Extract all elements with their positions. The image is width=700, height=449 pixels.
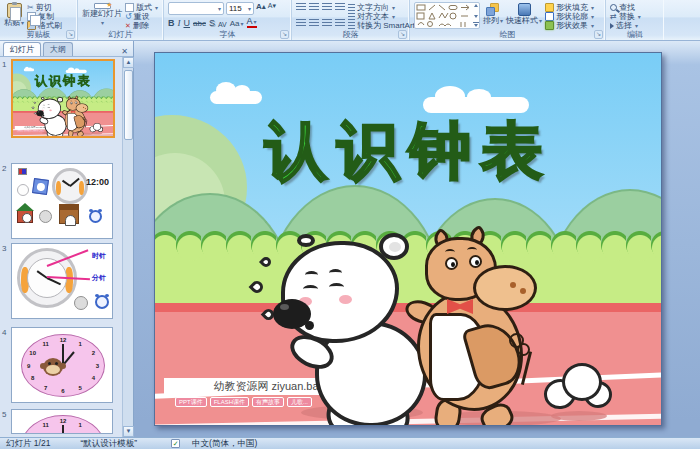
ribbon-group-drawing: 排列 快速样式 形状填充 形状轮廓 形状效果 绘图 ↘ <box>410 0 606 40</box>
align-text-icon <box>348 13 355 21</box>
panel-tab-bar: 幻灯片 大纲 ✕ <box>0 41 133 57</box>
hour-hand-label: 时针 <box>92 251 106 261</box>
slide-number-3: 3 <box>2 244 6 253</box>
font-color-button[interactable]: A <box>247 17 257 28</box>
line-spacing-icon[interactable] <box>335 19 345 27</box>
scrollbar-thumb[interactable] <box>124 70 133 140</box>
bullets-icon[interactable] <box>296 3 306 11</box>
quick-styles-icon <box>518 3 531 16</box>
tab-outline[interactable]: 大纲 <box>43 42 73 56</box>
ribbon-group-paragraph: 文字方向 对齐文本 转换为 SmartArt 段落 ↘ <box>292 0 410 40</box>
character-spacing-button[interactable]: AV <box>218 21 227 28</box>
thumbnail-slide-2[interactable]: 12:00 <box>11 163 113 239</box>
shapes-gallery[interactable] <box>414 2 480 29</box>
font-size-dropdown-icon <box>247 4 251 13</box>
pocket-watch-icon <box>39 210 52 223</box>
italic-button[interactable]: I <box>178 18 181 28</box>
dust-puff <box>544 361 616 417</box>
layout-icon <box>125 3 134 12</box>
slide-scene: 认识钟表 <box>13 61 113 136</box>
font-name-combo[interactable] <box>168 2 224 15</box>
badge: PPT课件 <box>175 397 207 407</box>
align-center-icon[interactable] <box>309 19 319 27</box>
bold-button[interactable]: B <box>168 18 175 28</box>
quick-styles-button[interactable]: 快速样式 <box>506 2 542 28</box>
ribbon-group-editing: 查找 ⇄替换 选择 编辑 <box>606 0 664 40</box>
font-dialog-launcher[interactable]: ↘ <box>280 30 289 39</box>
badge: 有声故事 <box>252 397 284 407</box>
clipboard-dialog-launcher[interactable]: ↘ <box>66 30 75 39</box>
numbering-icon[interactable] <box>309 3 319 11</box>
small-clock-icon <box>17 184 29 196</box>
scroll-up-icon[interactable]: ▲ <box>123 57 134 68</box>
scissors-icon: ✂ <box>27 4 34 12</box>
monkey-face-icon <box>43 358 63 376</box>
cloud <box>24 69 34 72</box>
thumbnail-slide-5[interactable]: 12 1 11 <box>11 409 113 434</box>
badge: FLASH课件 <box>24 130 32 132</box>
thumbnail-row-4: 4 12 1 2 3 4 5 6 7 8 9 <box>0 327 122 403</box>
grow-font-button[interactable]: A▴ <box>256 2 266 15</box>
paste-button[interactable]: 粘贴 <box>4 2 24 28</box>
slide-title-textbox[interactable]: 认识钟表 <box>155 109 662 193</box>
ribbon-group-clipboard: 粘贴 ✂剪切 复制 格式刷 剪贴板 ↘ <box>0 0 78 40</box>
new-slide-button[interactable]: 新建幻灯片 <box>82 2 122 28</box>
font-size-value: 115 <box>229 4 242 13</box>
monkey-clock-face: 12 1 2 3 4 5 6 7 8 9 10 11 <box>21 334 105 397</box>
drawing-dialog-launcher[interactable]: ↘ <box>594 30 603 39</box>
scroll-down-icon[interactable]: ▼ <box>123 426 134 437</box>
pocket-watch-icon <box>74 296 88 310</box>
new-slide-icon <box>94 3 111 9</box>
clock-face-top: 12 1 11 <box>21 415 105 434</box>
flag-icon <box>18 168 27 175</box>
thumb-1-scene: 认识钟表 <box>13 61 113 136</box>
thumbnail-slide-1[interactable]: 认识钟表 <box>11 59 115 138</box>
arrange-button[interactable]: 排列 <box>483 2 503 28</box>
shrink-font-button[interactable]: A▾ <box>268 2 276 15</box>
slide-title-textbox[interactable]: 认识钟表 <box>13 72 113 89</box>
thumbnail-row-5: 5 12 1 11 <box>0 409 122 435</box>
slide-canvas[interactable]: 认识钟表 <box>154 52 662 426</box>
change-case-button[interactable]: Aa <box>230 19 244 28</box>
presentation-app-window: 粘贴 ✂剪切 复制 格式刷 剪贴板 ↘ 新建幻灯片 版式 ↺重设 ✕删除 幻灯片 <box>0 0 700 449</box>
dust-puff <box>90 123 104 134</box>
badge: PPT课件 <box>17 130 23 132</box>
arrange-label: 排列 <box>483 16 503 26</box>
digital-clock-time: 12:00 <box>86 177 109 187</box>
thumbnail-slide-3[interactable]: 时针 分针 <box>11 243 113 319</box>
ribbon-group-font: 115 A▴ A▾ B I U abc S AV Aa A 字体 ↘ <box>164 0 292 40</box>
paragraph-dialog-launcher[interactable]: ↘ <box>398 30 407 39</box>
thumbnail-row-1: 1 <box>0 59 122 139</box>
underline-button[interactable]: U <box>184 18 191 28</box>
select-icon <box>610 23 614 29</box>
watermark-badges: PPT课件 FLASH课件 有声故事 儿歌... <box>17 130 44 132</box>
font-size-combo[interactable]: 115 <box>226 2 254 15</box>
paste-icon <box>7 3 22 18</box>
strikethrough-button[interactable]: abc <box>193 19 206 28</box>
shape-outline-icon <box>545 12 554 21</box>
text-shadow-button[interactable]: S <box>209 18 215 28</box>
ribbon: 粘贴 ✂剪切 复制 格式刷 剪贴板 ↘ 新建幻灯片 版式 ↺重设 ✕删除 幻灯片 <box>0 0 700 41</box>
thumbnail-slide-4[interactable]: 12 1 2 3 4 5 6 7 8 9 10 11 <box>11 327 113 403</box>
paragraph-group-label: 段落 <box>292 29 409 40</box>
spellcheck-icon[interactable]: ✓ <box>171 439 180 448</box>
align-right-icon[interactable] <box>322 19 332 27</box>
thumbnail-list: 1 <box>0 57 122 437</box>
slide-scene: 认识钟表 <box>155 53 662 426</box>
pig-character <box>417 229 552 426</box>
language-indicator[interactable]: 中文(简体，中国) <box>192 438 257 449</box>
design-template-name: “默认设计模板” <box>80 438 137 449</box>
thumbnail-row-3: 3 时针 分针 <box>0 243 122 319</box>
slides-panel: 幻灯片 大纲 ✕ 1 <box>0 41 134 437</box>
shape-fill-icon <box>545 3 554 12</box>
align-left-icon[interactable] <box>296 19 306 27</box>
increase-indent-icon[interactable] <box>335 3 345 11</box>
panel-close-icon[interactable]: ✕ <box>118 47 131 56</box>
badge: FLASH课件 <box>210 397 249 407</box>
slide-number-1: 1 <box>2 60 6 69</box>
badge: 有声故事 <box>32 130 38 132</box>
tab-slides[interactable]: 幻灯片 <box>3 42 41 56</box>
decrease-indent-icon[interactable] <box>322 3 332 11</box>
cloud <box>210 91 262 104</box>
slide-number-4: 4 <box>2 328 6 337</box>
